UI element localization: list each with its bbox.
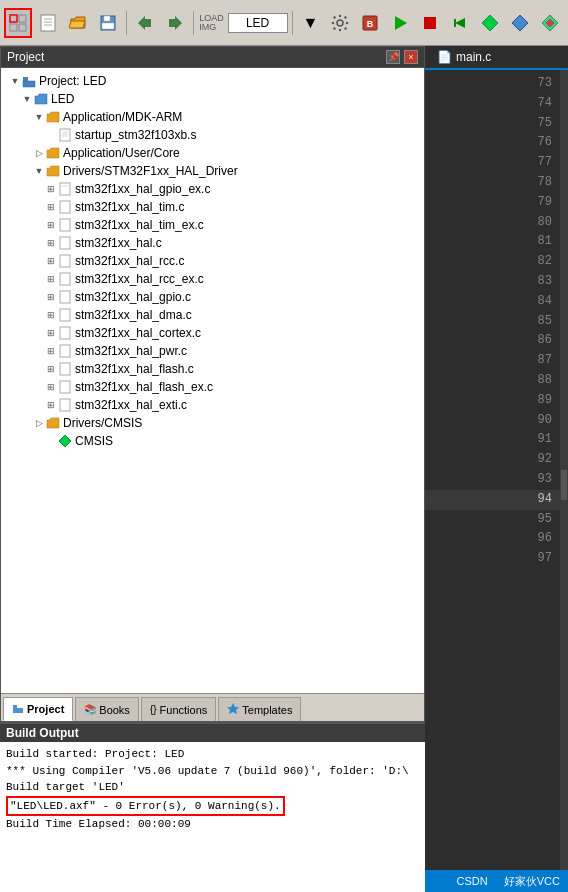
tree-item-hal[interactable]: ⊞ stm32f1xx_hal.c xyxy=(1,234,424,252)
tree-item-hal-rcc-ex[interactable]: ⊞ stm32f1xx_hal_rcc_ex.c xyxy=(1,270,424,288)
tree-item-hal-pwr[interactable]: ⊞ stm32f1xx_hal_pwr.c xyxy=(1,342,424,360)
toolbar-btn-stop[interactable] xyxy=(416,8,444,38)
expand-icon[interactable]: ⊞ xyxy=(45,219,57,231)
toolbar-btn-build[interactable]: B xyxy=(356,8,384,38)
expand-icon[interactable]: ⊞ xyxy=(45,363,57,375)
svg-rect-45 xyxy=(60,255,70,267)
tree-item-app-mdk[interactable]: ▼ Application/MDK-ARM xyxy=(1,108,424,126)
svg-rect-14 xyxy=(169,19,175,27)
line-number-92: 92 xyxy=(425,450,560,470)
expand-icon[interactable]: ⊞ xyxy=(45,201,57,213)
toolbar-btn-grid[interactable] xyxy=(4,8,32,38)
expand-icon[interactable]: ▼ xyxy=(21,93,33,105)
expand-icon[interactable]: ⊞ xyxy=(45,237,57,249)
svg-rect-47 xyxy=(60,291,70,303)
tab-functions-label: Functions xyxy=(160,704,208,716)
toolbar-btn-back[interactable] xyxy=(131,8,159,38)
toolbar-btn-file[interactable] xyxy=(34,8,62,38)
tab-books[interactable]: 📚 Books xyxy=(75,697,139,721)
expand-icon[interactable]: ⊞ xyxy=(45,399,57,411)
toolbar-btn-settings[interactable] xyxy=(326,8,354,38)
expand-icon[interactable]: ▷ xyxy=(33,417,45,429)
tree-item-hal-gpio-ex[interactable]: ⊞ stm32f1xx_hal_gpio_ex.c xyxy=(1,180,424,198)
tree-label: stm32f1xx_hal_exti.c xyxy=(75,398,187,412)
scrollbar-thumb[interactable] xyxy=(561,470,567,500)
tree-label: Application/User/Core xyxy=(63,146,180,160)
toolbar: LOADIMG LED ▼ B xyxy=(0,0,568,46)
expand-icon[interactable]: ⊞ xyxy=(45,327,57,339)
folder-icon xyxy=(45,145,61,161)
tree-label: stm32f1xx_hal.c xyxy=(75,236,162,250)
tree-item-hal-dma[interactable]: ⊞ stm32f1xx_hal_dma.c xyxy=(1,306,424,324)
expand-icon[interactable]: ⊞ xyxy=(45,183,57,195)
line-number-73: 73 xyxy=(425,74,560,94)
toolbar-btn-diamond-green[interactable] xyxy=(476,8,504,38)
tab-books-label: Books xyxy=(99,704,130,716)
tree-item-project-led[interactable]: ▼ Project: LED xyxy=(1,72,424,90)
svg-rect-48 xyxy=(60,309,70,321)
tree-item-hal-flash-ex[interactable]: ⊞ stm32f1xx_hal_flash_ex.c xyxy=(1,378,424,396)
svg-point-16 xyxy=(339,14,341,16)
svg-rect-12 xyxy=(145,19,151,27)
expand-icon[interactable]: ⊞ xyxy=(45,273,57,285)
tree-item-hal-rcc[interactable]: ⊞ stm32f1xx_hal_rcc.c xyxy=(1,252,424,270)
expand-icon[interactable]: ⊞ xyxy=(45,255,57,267)
pin-button[interactable]: 📌 xyxy=(386,50,400,64)
tree-item-drivers-hal[interactable]: ▼ Drivers/STM32F1xx_HAL_Driver xyxy=(1,162,424,180)
tree-item-startup[interactable]: ▷ startup_stm32f103xb.s xyxy=(1,126,424,144)
build-output-title: Build Output xyxy=(0,724,425,742)
toolbar-btn-dropdown[interactable]: ▼ xyxy=(296,8,324,38)
toolbar-btn-run[interactable] xyxy=(386,8,414,38)
line-number-75: 75 xyxy=(425,114,560,134)
project-tree[interactable]: ▼ Project: LED ▼ LED ▼ Application/MDK-A… xyxy=(1,68,424,693)
svg-text:B: B xyxy=(367,19,374,29)
expand-icon[interactable]: ▷ xyxy=(33,147,45,159)
tree-item-hal-flash[interactable]: ⊞ stm32f1xx_hal_flash.c xyxy=(1,360,424,378)
toolbar-btn-led: LOADIMG xyxy=(198,8,226,38)
toolbar-btn-save[interactable] xyxy=(94,8,122,38)
svg-rect-44 xyxy=(60,237,70,249)
file-icon xyxy=(57,379,73,395)
tree-label: stm32f1xx_hal_rcc.c xyxy=(75,254,184,268)
toolbar-btn-diamond-blue[interactable] xyxy=(506,8,534,38)
line-number-82: 82 xyxy=(425,252,560,272)
expand-icon[interactable]: ▼ xyxy=(9,75,21,87)
tree-item-drivers-cmsis[interactable]: ▷ Drivers/CMSIS xyxy=(1,414,424,432)
tree-label: LED xyxy=(51,92,74,106)
tab-functions[interactable]: {} Functions xyxy=(141,697,216,721)
svg-rect-34 xyxy=(23,77,28,81)
tree-item-hal-exti[interactable]: ⊞ stm32f1xx_hal_exti.c xyxy=(1,396,424,414)
tree-item-cmsis[interactable]: ▷ CMSIS xyxy=(1,432,424,450)
expand-icon[interactable]: ▼ xyxy=(33,165,45,177)
toolbar-btn-forward[interactable] xyxy=(161,8,189,38)
expand-icon[interactable]: ⊞ xyxy=(45,309,57,321)
tab-templates[interactable]: Templates xyxy=(218,697,301,721)
build-highlight: "LED\LED.axf" - 0 Error(s), 0 Warning(s)… xyxy=(6,796,285,817)
expand-icon[interactable]: ⊞ xyxy=(45,291,57,303)
tree-item-hal-gpio[interactable]: ⊞ stm32f1xx_hal_gpio.c xyxy=(1,288,424,306)
expand-icon[interactable]: ⊞ xyxy=(45,345,57,357)
line-number-83: 83 xyxy=(425,272,560,292)
file-icon xyxy=(57,343,73,359)
expand-icon[interactable]: ▼ xyxy=(33,111,45,123)
toolbar-btn-diamond-mixed[interactable] xyxy=(536,8,564,38)
close-button[interactable]: × xyxy=(404,50,418,64)
tree-item-hal-tim[interactable]: ⊞ stm32f1xx_hal_tim.c xyxy=(1,198,424,216)
tree-item-hal-cortex[interactable]: ⊞ stm32f1xx_hal_cortex.c xyxy=(1,324,424,342)
toolbar-btn-debug[interactable] xyxy=(446,8,474,38)
file-icon xyxy=(57,397,73,413)
tree-label: stm32f1xx_hal_tim.c xyxy=(75,200,184,214)
line-number-85: 85 xyxy=(425,312,560,332)
svg-rect-53 xyxy=(60,399,70,411)
file-icon xyxy=(57,199,73,215)
svg-rect-43 xyxy=(60,219,70,231)
tree-item-app-user[interactable]: ▷ Application/User/Core xyxy=(1,144,424,162)
tree-item-led[interactable]: ▼ LED xyxy=(1,90,424,108)
tab-project[interactable]: Project xyxy=(3,697,73,721)
svg-rect-3 xyxy=(19,24,26,31)
editor-tab[interactable]: 📄 main.c xyxy=(425,46,568,70)
toolbar-btn-open[interactable] xyxy=(64,8,92,38)
expand-icon[interactable]: ⊞ xyxy=(45,381,57,393)
scrollbar[interactable] xyxy=(560,70,568,870)
tree-item-hal-tim-ex[interactable]: ⊞ stm32f1xx_hal_tim_ex.c xyxy=(1,216,424,234)
